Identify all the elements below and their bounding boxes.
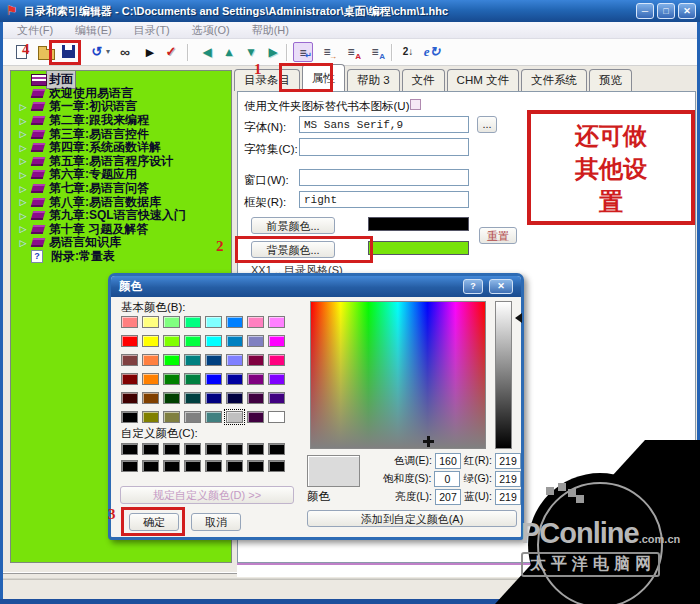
- list-jump-icon[interactable]: →: [317, 42, 337, 62]
- expand-arrow-icon[interactable]: ▷: [15, 211, 31, 221]
- tab-2[interactable]: 帮助 3: [347, 69, 400, 91]
- custom-color-cell[interactable]: [121, 443, 138, 455]
- basic-color-cell[interactable]: [205, 316, 222, 328]
- tree-item[interactable]: ▷易语言知识库: [15, 236, 231, 250]
- basic-color-cell[interactable]: [247, 354, 264, 366]
- basic-color-cell[interactable]: [226, 335, 243, 347]
- hue-saturation-field[interactable]: [310, 301, 486, 449]
- menu-options[interactable]: 选项(O): [184, 23, 238, 38]
- custom-color-cell[interactable]: [121, 460, 138, 472]
- undo-icon[interactable]: [87, 42, 107, 62]
- luminance-input[interactable]: 207: [435, 489, 461, 505]
- basic-color-cell[interactable]: [268, 335, 285, 347]
- reset-button[interactable]: 重置: [479, 227, 517, 244]
- expand-arrow-icon[interactable]: ▷: [15, 156, 31, 166]
- expand-arrow-icon[interactable]: ▷: [15, 143, 31, 153]
- custom-color-cell[interactable]: [226, 460, 243, 472]
- custom-color-cell[interactable]: [268, 443, 285, 455]
- tab-3[interactable]: 文件: [402, 69, 445, 91]
- basic-color-cell[interactable]: [121, 354, 138, 366]
- basic-color-cell[interactable]: [226, 316, 243, 328]
- basic-color-cell[interactable]: [205, 373, 222, 385]
- expand-arrow-icon[interactable]: ▷: [15, 197, 31, 207]
- basic-color-cell[interactable]: [184, 411, 201, 423]
- luminance-slider[interactable]: [495, 301, 512, 449]
- menu-help[interactable]: 帮助(H): [244, 23, 297, 38]
- frame-input[interactable]: right: [299, 191, 469, 208]
- maximize-button[interactable]: □: [657, 3, 675, 19]
- basic-color-cell[interactable]: [163, 373, 180, 385]
- foreground-color-button[interactable]: 前景颜色...: [251, 217, 335, 234]
- basic-color-cell[interactable]: [268, 354, 285, 366]
- window-input[interactable]: [299, 169, 469, 186]
- basic-color-cell[interactable]: [226, 354, 243, 366]
- basic-color-cell[interactable]: [184, 354, 201, 366]
- title-bar[interactable]: ⚑ 目录和索引编辑器 - C:\Documents and Settings\A…: [0, 0, 700, 22]
- custom-color-cell[interactable]: [184, 443, 201, 455]
- dialog-close-button[interactable]: ✕: [489, 279, 513, 294]
- list-insert-a-icon[interactable]: A: [341, 42, 361, 62]
- sort-icon[interactable]: [398, 42, 418, 62]
- custom-color-cell[interactable]: [268, 460, 285, 472]
- charset-select[interactable]: [299, 138, 469, 156]
- basic-color-cell[interactable]: [121, 373, 138, 385]
- color-crosshair-icon[interactable]: [423, 436, 434, 447]
- basic-color-cell[interactable]: [184, 335, 201, 347]
- basic-color-cell[interactable]: [268, 316, 285, 328]
- list-return-icon[interactable]: ↵: [293, 42, 313, 62]
- basic-color-cell[interactable]: [163, 411, 180, 423]
- basic-color-cell[interactable]: [205, 411, 222, 423]
- custom-color-cell[interactable]: [163, 443, 180, 455]
- basic-color-cell[interactable]: [163, 316, 180, 328]
- expand-arrow-icon[interactable]: ▷: [15, 170, 31, 180]
- menu-file[interactable]: 文件(F): [9, 23, 61, 38]
- dialog-help-button[interactable]: ?: [463, 279, 483, 294]
- move-up-icon[interactable]: ▲: [219, 42, 239, 62]
- basic-color-cell[interactable]: [184, 316, 201, 328]
- basic-color-cell[interactable]: [226, 392, 243, 404]
- define-custom-colors-button[interactable]: 规定自定义颜色(D) >>: [120, 486, 294, 504]
- custom-color-cell[interactable]: [247, 460, 264, 472]
- view-icon[interactable]: [115, 42, 135, 62]
- move-right-icon[interactable]: ▶: [263, 42, 283, 62]
- basic-color-cell[interactable]: [142, 335, 159, 347]
- basic-color-cell[interactable]: [121, 411, 138, 423]
- move-left-icon[interactable]: ◀: [197, 42, 217, 62]
- tab-6[interactable]: 预览: [589, 69, 632, 91]
- basic-color-cell[interactable]: [184, 392, 201, 404]
- basic-color-cell[interactable]: [163, 392, 180, 404]
- custom-color-cell[interactable]: [184, 460, 201, 472]
- basic-color-cell[interactable]: [205, 354, 222, 366]
- add-to-custom-colors-button[interactable]: 添加到自定义颜色(A): [307, 510, 517, 527]
- font-input[interactable]: MS Sans Serif,9: [299, 116, 469, 133]
- hue-input[interactable]: 160: [435, 453, 461, 469]
- basic-color-cell[interactable]: [247, 411, 264, 423]
- basic-color-cell[interactable]: [184, 373, 201, 385]
- dialog-title-bar[interactable]: 颜色 ? ✕: [111, 276, 521, 297]
- expand-arrow-icon[interactable]: ▷: [15, 184, 31, 194]
- tab-4[interactable]: CHM 文件: [447, 69, 519, 91]
- blue-input[interactable]: 219: [495, 489, 521, 505]
- basic-color-cell[interactable]: [121, 392, 138, 404]
- basic-color-cell[interactable]: [142, 316, 159, 328]
- move-down-icon[interactable]: ▼: [241, 42, 261, 62]
- close-button[interactable]: ✕: [678, 3, 696, 19]
- expand-arrow-icon[interactable]: ▷: [15, 129, 31, 139]
- menu-contents[interactable]: 目录(T): [126, 23, 178, 38]
- check-links-icon[interactable]: [161, 42, 181, 62]
- folder-icon-checkbox[interactable]: [410, 99, 421, 110]
- basic-color-cell[interactable]: [163, 335, 180, 347]
- saturation-input[interactable]: 0: [434, 471, 460, 487]
- basic-color-cell[interactable]: [205, 392, 222, 404]
- minimize-button[interactable]: ─: [636, 3, 654, 19]
- menu-edit[interactable]: 编辑(E): [67, 23, 120, 38]
- custom-color-cell[interactable]: [226, 443, 243, 455]
- basic-color-cell[interactable]: [247, 335, 264, 347]
- basic-color-cell[interactable]: [268, 373, 285, 385]
- basic-color-cell[interactable]: [121, 335, 138, 347]
- basic-color-cell[interactable]: [247, 316, 264, 328]
- basic-color-cell[interactable]: [121, 316, 138, 328]
- basic-color-cell[interactable]: [142, 411, 159, 423]
- expand-arrow-icon[interactable]: ▷: [15, 238, 31, 248]
- red-input[interactable]: 219: [495, 453, 521, 469]
